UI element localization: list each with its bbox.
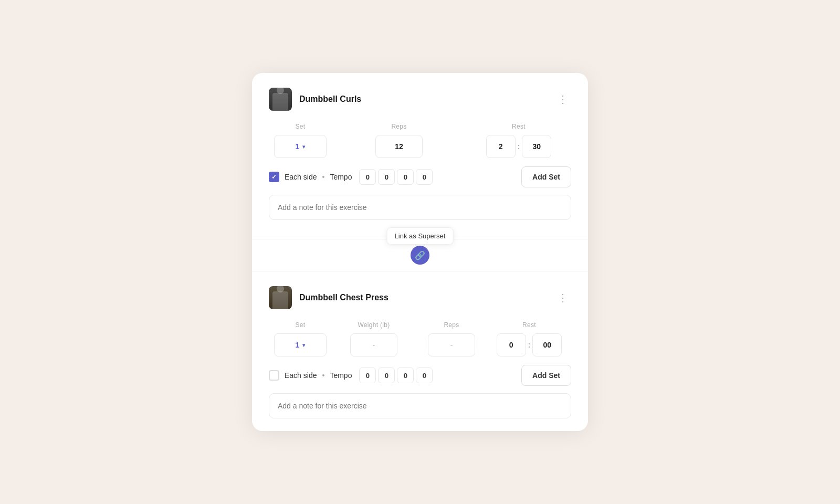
link-icon: 🔗: [415, 250, 425, 260]
set-table-2: Set Weight (lb) Reps Rest 1 ▾: [269, 320, 571, 356]
tempo-box-1-1[interactable]: 0: [359, 169, 376, 185]
rest-group-2: 0 : 00: [497, 333, 562, 356]
set-row-1: 1 ▾ 12 2 : 30: [269, 135, 571, 158]
superset-area: Link as Superset 🔗: [252, 233, 588, 271]
exercise-header-left-1: Dumbbell Curls: [269, 88, 361, 111]
exercise-card-1: Dumbbell Curls ⋮ Set Reps Rest 1: [252, 73, 588, 233]
exercise-header-1: Dumbbell Curls ⋮: [269, 88, 571, 111]
chevron-down-icon: ▾: [302, 144, 305, 150]
exercise-name-2: Dumbbell Chest Press: [299, 293, 388, 302]
chevron-down-icon-2: ▾: [302, 342, 305, 348]
col-header-weight-2: Weight (lb): [332, 320, 416, 329]
rest-seconds-input-2[interactable]: 00: [532, 333, 562, 356]
each-side-label-2: Each side: [285, 371, 317, 380]
tempo-box-2-4[interactable]: 0: [416, 368, 433, 383]
tempo-box-2-2[interactable]: 0: [378, 368, 395, 383]
col-header-reps-1: Reps: [332, 121, 466, 131]
col-header-reps-2: Reps: [416, 320, 487, 329]
tempo-box-1-3[interactable]: 0: [397, 169, 414, 185]
set-number-selector-2[interactable]: 1 ▾: [274, 333, 327, 356]
more-menu-button-1[interactable]: ⋮: [554, 91, 571, 108]
tempo-box-2-1[interactable]: 0: [359, 368, 376, 383]
each-side-checkbox-2[interactable]: [269, 370, 279, 381]
controls-left-2: Each side • Tempo 0 0 0 0: [269, 368, 433, 383]
reps-input-2[interactable]: -: [428, 333, 475, 356]
tempo-label-2: Tempo: [330, 371, 352, 380]
tempo-boxes-2: 0 0 0 0: [359, 368, 433, 383]
set-cell-2: 1 ▾: [269, 333, 332, 356]
reps-cell-1: 12: [332, 135, 466, 158]
rest-group-1: 2 : 30: [486, 135, 552, 158]
col-header-set-2: Set: [269, 320, 332, 329]
superset-tooltip: Link as Superset: [387, 227, 454, 245]
dot-separator-2: •: [322, 371, 324, 380]
tempo-boxes-1: 0 0 0 0: [359, 169, 433, 185]
note-input-2[interactable]: [269, 393, 571, 418]
rest-minutes-input-2[interactable]: 0: [497, 333, 526, 356]
exercise-avatar-2: [269, 286, 292, 309]
set-number-selector-1[interactable]: 1 ▾: [274, 135, 327, 158]
superset-link-button[interactable]: 🔗: [411, 246, 429, 265]
weight-input-2[interactable]: -: [350, 333, 397, 356]
col-header-set-1: Set: [269, 121, 332, 131]
set-row-2: 1 ▾ - - 0: [269, 333, 571, 356]
note-input-1[interactable]: [269, 195, 571, 220]
exercise-name-1: Dumbbell Curls: [299, 94, 361, 104]
add-set-button-2[interactable]: Add Set: [521, 365, 571, 386]
set-table-header-1: Set Reps Rest: [269, 121, 571, 131]
rest-colon-1: :: [518, 142, 520, 151]
tempo-box-1-2[interactable]: 0: [378, 169, 395, 185]
controls-left-1: ✓ Each side • Tempo 0 0 0 0: [269, 169, 433, 185]
set-cell-1: 1 ▾: [269, 135, 332, 158]
tempo-box-1-4[interactable]: 0: [416, 169, 433, 185]
col-header-rest-2: Rest: [487, 320, 571, 329]
rest-seconds-input-1[interactable]: 30: [522, 135, 551, 158]
rest-minutes-input-1[interactable]: 2: [486, 135, 516, 158]
rest-colon-2: :: [528, 341, 531, 349]
set-table-1: Set Reps Rest 1 ▾ 12: [269, 121, 571, 158]
rest-cell-2: 0 : 00: [487, 333, 571, 356]
tempo-box-2-3[interactable]: 0: [397, 368, 414, 383]
exercise-card-2: Dumbbell Chest Press ⋮ Set Weight (lb) R…: [252, 271, 588, 431]
each-side-checkbox-1[interactable]: ✓: [269, 172, 279, 182]
exercise-avatar-1: [269, 88, 292, 111]
set-table-header-2: Set Weight (lb) Reps Rest: [269, 320, 571, 329]
check-icon: ✓: [271, 173, 277, 181]
reps-input-1[interactable]: 12: [375, 135, 423, 158]
weight-cell-2: -: [332, 333, 416, 356]
controls-row-1: ✓ Each side • Tempo 0 0 0 0: [269, 166, 571, 187]
rest-cell-1: 2 : 30: [466, 135, 571, 158]
exercise-header-left-2: Dumbbell Chest Press: [269, 286, 388, 309]
reps-cell-2: -: [416, 333, 487, 356]
more-menu-button-2[interactable]: ⋮: [554, 289, 571, 306]
workout-card: Dumbbell Curls ⋮ Set Reps Rest 1: [252, 73, 588, 431]
tempo-label-1: Tempo: [330, 173, 352, 181]
each-side-label-1: Each side: [285, 173, 317, 181]
col-header-rest-1: Rest: [466, 121, 571, 131]
add-set-button-1[interactable]: Add Set: [521, 166, 571, 187]
exercise-header-2: Dumbbell Chest Press ⋮: [269, 286, 571, 309]
dot-separator-1: •: [322, 173, 324, 181]
controls-row-2: Each side • Tempo 0 0 0 0: [269, 365, 571, 386]
